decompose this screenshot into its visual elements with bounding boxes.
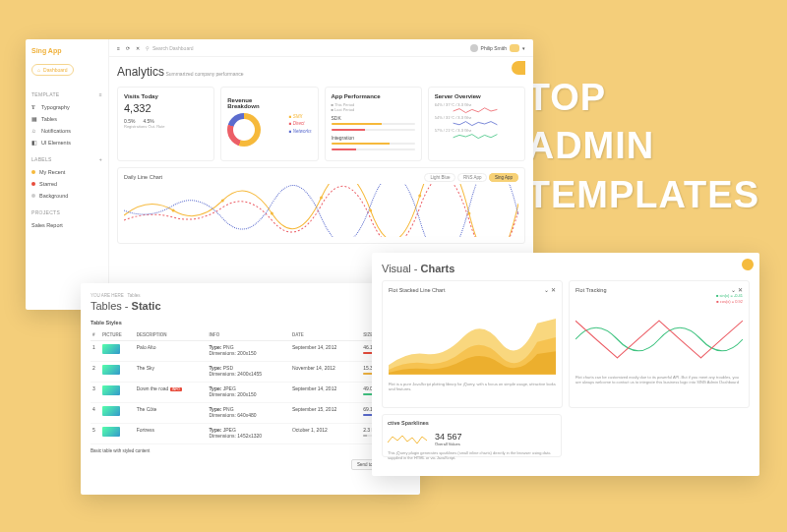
pill-sing[interactable]: Sing App <box>489 173 518 182</box>
thumbnail <box>102 365 120 375</box>
sidebar: Sing App ⌂ Dashboard TEMPLATE≡ 𝐓Typograp… <box>26 39 109 310</box>
menu-icon[interactable]: ≡ <box>117 45 120 51</box>
thumbnail <box>102 385 120 395</box>
table-row[interactable]: 2The SkyType: PSDDimensions: 2400x1455No… <box>91 362 410 383</box>
svg-point-4 <box>369 208 372 211</box>
stacked-chart: Flot Stacked Line Chart⌄ ✕ Flot is a pur… <box>382 280 563 408</box>
svg-point-2 <box>271 212 273 215</box>
pill-rns[interactable]: RNS App <box>457 173 488 182</box>
user-menu[interactable]: Philip Smith▾ <box>470 44 525 52</box>
svg-point-5 <box>418 194 421 197</box>
sidebar-item-notifications[interactable]: ♫Notifications <box>31 125 102 137</box>
donut-legend: ■ SMX ■ Direct ■ Networks <box>289 113 312 135</box>
subhead: Table Styles <box>91 320 410 325</box>
table-row[interactable]: 1Palo AltoType: PNGDimensions: 200x150Se… <box>91 341 410 362</box>
collapse-icon[interactable]: ⌄ ✕ <box>544 287 556 293</box>
sidebar-head-projects: PROJECTS <box>31 209 102 215</box>
page-title: Tables - Static <box>91 300 410 312</box>
refresh-icon[interactable]: ⟳ <box>126 45 130 51</box>
sparklines-panel: ctive Sparklines 34 567 Overall Values T… <box>382 414 562 457</box>
gear-icon[interactable] <box>512 61 525 75</box>
sidebar-item-dashboard[interactable]: ⌂ Dashboard <box>31 64 74 76</box>
svg-point-1 <box>221 199 224 202</box>
breadcrumb: YOU ARE HERE Tables <box>91 293 410 298</box>
table-row[interactable]: 5FortressType: JPEGDimensions: 1452x1320… <box>91 424 410 444</box>
bell-icon: ♫ <box>31 128 37 134</box>
label-starred[interactable]: Starred <box>31 178 102 190</box>
svg-point-3 <box>320 196 323 199</box>
dot-icon <box>31 182 35 186</box>
badge-icon <box>510 44 519 52</box>
stat-visits: Visits Today 4,332 0.5%4.5% Registration… <box>117 87 214 161</box>
sparkline <box>435 107 518 115</box>
stat-performance: App Performance ■ This Period ■ Last Per… <box>325 87 422 161</box>
thumbnail <box>102 344 120 354</box>
dot-icon <box>31 170 35 174</box>
tracking-chart: Flot Tracking⌄ ✕ ■ sin(x) = -0.41 ■ cos(… <box>569 280 750 408</box>
label-background[interactable]: Background <box>31 190 102 202</box>
page-title: Visual - Charts <box>382 263 750 274</box>
page-subtitle: Summarized company performance <box>165 71 243 77</box>
home-icon: ⌂ <box>37 67 40 73</box>
static-table: #PICTUREDESCRIPTIONINFODATESIZE 1Palo Al… <box>91 329 410 444</box>
label-recent[interactable]: My Recent <box>31 166 102 178</box>
sidebar-head-template: TEMPLATE≡ <box>31 91 102 97</box>
tracking-legend: ■ sin(x) = -0.41 ■ cos(x) = 0.92 <box>575 293 743 304</box>
project-sales[interactable]: Sales Report <box>31 219 102 231</box>
pill-lightblue[interactable]: Light Blue <box>424 173 455 182</box>
svg-point-0 <box>172 208 175 211</box>
type-icon: 𝐓 <box>31 104 37 110</box>
topbar: ≡ ⟳ ✕ ⚲Search Dashboard Philip Smith▾ <box>109 39 533 57</box>
page-title: Analytics <box>117 65 164 79</box>
gear-icon[interactable] <box>742 259 754 270</box>
donut-chart <box>227 113 261 147</box>
dot-icon <box>31 194 35 198</box>
headline: TOP ADMIN TEMPLATES <box>527 74 759 219</box>
thumbnail <box>102 427 120 437</box>
table-row[interactable]: 4The CôteType: PNGDimensions: 640x480Sep… <box>91 403 410 424</box>
close-icon[interactable]: ✕ <box>136 45 140 51</box>
sidebar-item-ui[interactable]: ◧UI Elements <box>31 137 102 148</box>
table-icon: ▦ <box>31 116 37 122</box>
daily-line-chart: Daily Line Chart Light Blue RNS App Sing… <box>117 167 525 244</box>
sidebar-item-tables[interactable]: ▦Tables <box>31 113 102 125</box>
table-foot: Basic table with styled content <box>91 448 410 453</box>
stat-revenue: Revenue Breakdown ■ SMX ■ Direct ■ Netwo… <box>220 87 318 161</box>
search-icon: ⚲ <box>146 45 150 51</box>
charts-card: Visual - Charts Flot Stacked Line Chart⌄… <box>372 253 759 476</box>
grid-icon: ◧ <box>31 140 37 146</box>
sidebar-head-labels: LABELS+ <box>31 156 102 162</box>
brand: Sing App <box>31 47 102 54</box>
avatar <box>470 44 478 52</box>
chevron-down-icon: ▾ <box>522 45 525 51</box>
sidebar-item-typography[interactable]: 𝐓Typography <box>31 101 102 113</box>
stat-server: Server Overview 64% / 37°C / 3.3 Ghz 54%… <box>428 87 525 161</box>
thumbnail <box>102 406 120 416</box>
search-input[interactable]: ⚲Search Dashboard <box>146 45 464 51</box>
table-row[interactable]: 3Down the road INFOType: JPEGDimensions:… <box>91 383 410 403</box>
svg-point-6 <box>467 212 470 215</box>
tables-card: YOU ARE HERE Tables Tables - Static Tabl… <box>81 283 420 495</box>
